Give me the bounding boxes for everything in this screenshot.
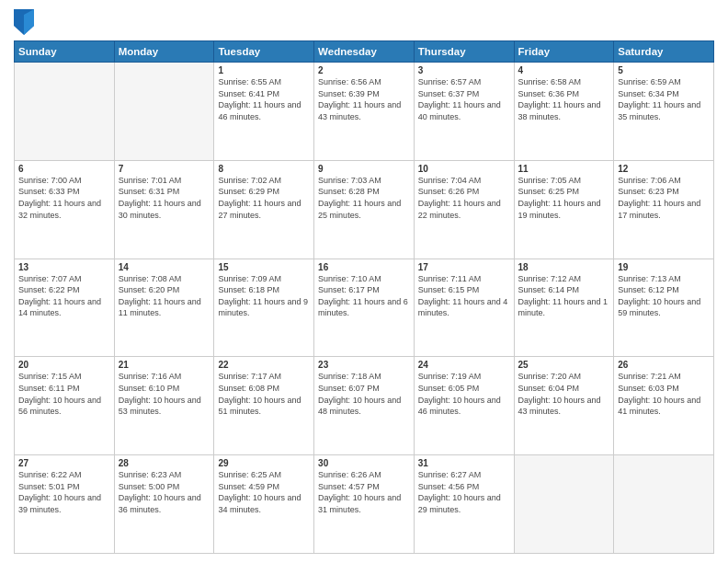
calendar-cell: 24Sunrise: 7:19 AMSunset: 6:05 PMDayligh… xyxy=(414,357,514,455)
day-info: Sunrise: 7:02 AMSunset: 6:29 PMDaylight:… xyxy=(218,175,310,221)
day-info: Sunrise: 7:10 AMSunset: 6:17 PMDaylight:… xyxy=(318,273,410,319)
day-number: 27 xyxy=(18,458,110,468)
calendar-cell: 11Sunrise: 7:05 AMSunset: 6:25 PMDayligh… xyxy=(514,160,614,259)
logo xyxy=(14,9,36,35)
day-info: Sunrise: 6:55 AMSunset: 6:41 PMDaylight:… xyxy=(218,76,310,122)
calendar-cell: 6Sunrise: 7:00 AMSunset: 6:33 PMDaylight… xyxy=(15,160,115,259)
day-info: Sunrise: 6:56 AMSunset: 6:39 PMDaylight:… xyxy=(318,76,410,122)
day-info: Sunrise: 7:03 AMSunset: 6:28 PMDaylight:… xyxy=(318,175,410,221)
day-info: Sunrise: 6:27 AMSunset: 4:56 PMDaylight:… xyxy=(418,469,510,515)
calendar-cell: 9Sunrise: 7:03 AMSunset: 6:28 PMDaylight… xyxy=(314,160,415,259)
calendar-cell: 28Sunrise: 6:23 AMSunset: 5:00 PMDayligh… xyxy=(114,455,214,554)
day-number: 2 xyxy=(318,65,410,75)
day-info: Sunrise: 7:15 AMSunset: 6:11 PMDaylight:… xyxy=(18,371,110,417)
calendar-cell: 30Sunrise: 6:26 AMSunset: 4:57 PMDayligh… xyxy=(314,455,415,554)
calendar-cell: 1Sunrise: 6:55 AMSunset: 6:41 PMDaylight… xyxy=(214,63,314,161)
day-number: 15 xyxy=(218,262,310,272)
day-number: 29 xyxy=(218,458,310,468)
day-info: Sunrise: 7:06 AMSunset: 6:23 PMDaylight:… xyxy=(618,175,710,221)
calendar-cell: 26Sunrise: 7:21 AMSunset: 6:03 PMDayligh… xyxy=(614,357,714,455)
calendar-cell: 18Sunrise: 7:12 AMSunset: 6:14 PMDayligh… xyxy=(514,259,614,357)
calendar-body: 1Sunrise: 6:55 AMSunset: 6:41 PMDaylight… xyxy=(15,63,714,554)
calendar-cell xyxy=(514,455,614,554)
day-info: Sunrise: 7:09 AMSunset: 6:18 PMDaylight:… xyxy=(218,273,310,319)
calendar-cell xyxy=(614,455,714,554)
header-day-friday: Friday xyxy=(514,41,614,63)
week-row-4: 27Sunrise: 6:22 AMSunset: 5:01 PMDayligh… xyxy=(15,455,714,554)
day-number: 9 xyxy=(318,164,410,174)
calendar-cell: 21Sunrise: 7:16 AMSunset: 6:10 PMDayligh… xyxy=(114,357,214,455)
day-info: Sunrise: 6:26 AMSunset: 4:57 PMDaylight:… xyxy=(318,469,410,515)
calendar-cell: 16Sunrise: 7:10 AMSunset: 6:17 PMDayligh… xyxy=(314,259,415,357)
calendar-cell: 29Sunrise: 6:25 AMSunset: 4:59 PMDayligh… xyxy=(214,455,314,554)
day-info: Sunrise: 7:18 AMSunset: 6:07 PMDaylight:… xyxy=(318,371,410,417)
day-info: Sunrise: 7:12 AMSunset: 6:14 PMDaylight:… xyxy=(518,273,610,319)
day-info: Sunrise: 6:58 AMSunset: 6:36 PMDaylight:… xyxy=(518,76,610,122)
day-number: 25 xyxy=(518,360,610,370)
day-info: Sunrise: 6:22 AMSunset: 5:01 PMDaylight:… xyxy=(18,469,110,515)
day-info: Sunrise: 7:21 AMSunset: 6:03 PMDaylight:… xyxy=(618,371,710,417)
day-info: Sunrise: 7:17 AMSunset: 6:08 PMDaylight:… xyxy=(218,371,310,417)
day-number: 28 xyxy=(119,458,210,468)
day-number: 21 xyxy=(119,360,210,370)
calendar-cell: 4Sunrise: 6:58 AMSunset: 6:36 PMDaylight… xyxy=(514,63,614,161)
page: SundayMondayTuesdayWednesdayThursdayFrid… xyxy=(0,0,728,563)
week-row-0: 1Sunrise: 6:55 AMSunset: 6:41 PMDaylight… xyxy=(15,63,714,161)
header-day-thursday: Thursday xyxy=(414,41,514,63)
calendar-cell: 2Sunrise: 6:56 AMSunset: 6:39 PMDaylight… xyxy=(314,63,415,161)
calendar-cell: 3Sunrise: 6:57 AMSunset: 6:37 PMDaylight… xyxy=(414,63,514,161)
day-number: 31 xyxy=(418,458,510,468)
day-info: Sunrise: 6:25 AMSunset: 4:59 PMDaylight:… xyxy=(218,469,310,515)
calendar-table: SundayMondayTuesdayWednesdayThursdayFrid… xyxy=(14,40,714,554)
calendar-cell: 20Sunrise: 7:15 AMSunset: 6:11 PMDayligh… xyxy=(15,357,115,455)
calendar-cell: 12Sunrise: 7:06 AMSunset: 6:23 PMDayligh… xyxy=(614,160,714,259)
day-info: Sunrise: 6:23 AMSunset: 5:00 PMDaylight:… xyxy=(119,469,210,515)
day-number: 5 xyxy=(618,65,710,75)
day-info: Sunrise: 7:00 AMSunset: 6:33 PMDaylight:… xyxy=(18,175,110,221)
day-info: Sunrise: 7:11 AMSunset: 6:15 PMDaylight:… xyxy=(418,273,510,319)
day-number: 17 xyxy=(418,262,510,272)
day-number: 23 xyxy=(318,360,410,370)
week-row-2: 13Sunrise: 7:07 AMSunset: 6:22 PMDayligh… xyxy=(15,259,714,357)
day-number: 20 xyxy=(18,360,110,370)
day-number: 8 xyxy=(218,164,310,174)
day-info: Sunrise: 7:20 AMSunset: 6:04 PMDaylight:… xyxy=(518,371,610,417)
day-number: 3 xyxy=(418,65,510,75)
calendar-cell: 13Sunrise: 7:07 AMSunset: 6:22 PMDayligh… xyxy=(15,259,115,357)
day-number: 7 xyxy=(119,164,210,174)
calendar-cell xyxy=(114,63,214,161)
day-number: 6 xyxy=(18,164,110,174)
calendar-cell: 8Sunrise: 7:02 AMSunset: 6:29 PMDaylight… xyxy=(214,160,314,259)
header-row: SundayMondayTuesdayWednesdayThursdayFrid… xyxy=(15,41,714,63)
header xyxy=(14,9,714,35)
calendar-cell: 15Sunrise: 7:09 AMSunset: 6:18 PMDayligh… xyxy=(214,259,314,357)
day-number: 11 xyxy=(518,164,610,174)
calendar-cell: 31Sunrise: 6:27 AMSunset: 4:56 PMDayligh… xyxy=(414,455,514,554)
day-number: 19 xyxy=(618,262,710,272)
day-info: Sunrise: 7:16 AMSunset: 6:10 PMDaylight:… xyxy=(119,371,210,417)
day-info: Sunrise: 7:04 AMSunset: 6:26 PMDaylight:… xyxy=(418,175,510,221)
day-info: Sunrise: 6:57 AMSunset: 6:37 PMDaylight:… xyxy=(418,76,510,122)
header-day-sunday: Sunday xyxy=(15,41,115,63)
header-day-wednesday: Wednesday xyxy=(314,41,415,63)
logo-icon xyxy=(14,9,34,35)
day-info: Sunrise: 7:07 AMSunset: 6:22 PMDaylight:… xyxy=(18,273,110,319)
day-number: 12 xyxy=(618,164,710,174)
day-info: Sunrise: 7:01 AMSunset: 6:31 PMDaylight:… xyxy=(119,175,210,221)
header-day-tuesday: Tuesday xyxy=(214,41,314,63)
day-number: 24 xyxy=(418,360,510,370)
header-day-monday: Monday xyxy=(114,41,214,63)
day-info: Sunrise: 7:13 AMSunset: 6:12 PMDaylight:… xyxy=(618,273,710,319)
day-number: 26 xyxy=(618,360,710,370)
calendar-cell: 22Sunrise: 7:17 AMSunset: 6:08 PMDayligh… xyxy=(214,357,314,455)
calendar-cell: 17Sunrise: 7:11 AMSunset: 6:15 PMDayligh… xyxy=(414,259,514,357)
calendar-header: SundayMondayTuesdayWednesdayThursdayFrid… xyxy=(15,41,714,63)
day-number: 18 xyxy=(518,262,610,272)
calendar-cell: 5Sunrise: 6:59 AMSunset: 6:34 PMDaylight… xyxy=(614,63,714,161)
day-number: 30 xyxy=(318,458,410,468)
calendar-cell: 7Sunrise: 7:01 AMSunset: 6:31 PMDaylight… xyxy=(114,160,214,259)
week-row-1: 6Sunrise: 7:00 AMSunset: 6:33 PMDaylight… xyxy=(15,160,714,259)
day-info: Sunrise: 7:05 AMSunset: 6:25 PMDaylight:… xyxy=(518,175,610,221)
day-info: Sunrise: 7:19 AMSunset: 6:05 PMDaylight:… xyxy=(418,371,510,417)
calendar-cell: 25Sunrise: 7:20 AMSunset: 6:04 PMDayligh… xyxy=(514,357,614,455)
